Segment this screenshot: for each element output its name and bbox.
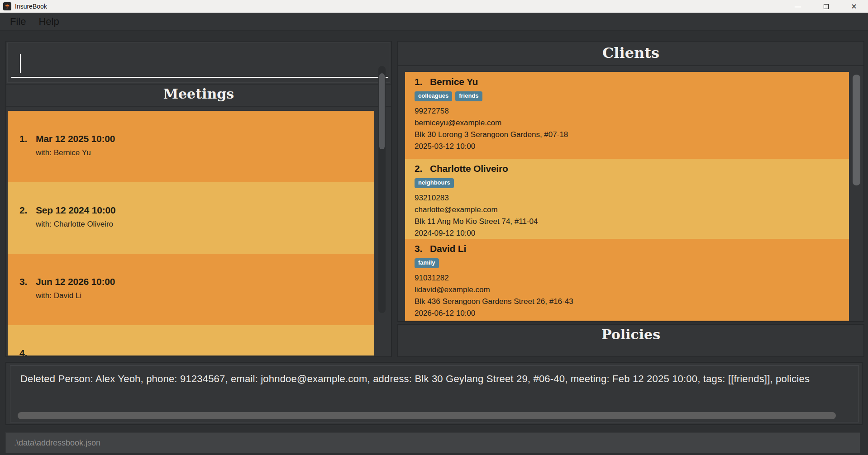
clients-header: Clients [398, 44, 863, 62]
maximize-button[interactable] [812, 0, 840, 13]
meeting-title: 3. Jun 12 2026 10:00 [19, 276, 374, 287]
client-meeting: 2026-06-12 10:00 [415, 308, 849, 319]
client-phone: 91031282 [415, 272, 849, 284]
client-card[interactable]: 1. Bernice Yu colleagues friends 9927275… [405, 72, 849, 159]
meetings-scrollbar-thumb[interactable] [379, 73, 385, 149]
meeting-title: 2. Sep 12 2024 10:00 [19, 205, 374, 216]
meetings-list: 1. Mar 12 2025 10:00 with: Bernice Yu 2.… [8, 107, 385, 355]
meeting-datetime: Sep 12 2024 10:00 [36, 205, 115, 216]
meeting-with: with: David Li [36, 291, 374, 300]
client-name: David Li [430, 243, 466, 254]
client-phone: 99272758 [415, 105, 849, 117]
client-address: Blk 436 Serangoon Gardens Street 26, #16… [415, 296, 849, 308]
meetings-panel: Meetings 1. Mar 12 2025 10:00 with: Bern… [5, 41, 392, 357]
titlebar: ☂ InsureBook — ✕ [0, 0, 868, 13]
client-tags: neighbours [415, 178, 849, 188]
result-hscrollbar-thumb[interactable] [18, 412, 836, 419]
meeting-title: 4. [19, 348, 374, 355]
meeting-index: 1. [19, 133, 36, 144]
insurebook-window: { "window": { "title": "InsureBook", "ic… [0, 0, 868, 455]
client-phone: 93210283 [415, 192, 849, 204]
client-meeting: 2024-09-12 10:00 [415, 228, 849, 239]
command-box [7, 43, 390, 83]
meeting-index: 4. [19, 348, 36, 355]
command-underline [11, 77, 388, 78]
menu-help[interactable]: Help [32, 15, 65, 28]
client-name-row: 1. Bernice Yu [415, 76, 849, 87]
statusbar: .\data\addressbook.json [0, 429, 868, 455]
meeting-with: with: Charlotte Oliveiro [36, 220, 374, 229]
text-cursor [20, 54, 21, 73]
client-card[interactable]: 2. Charlotte Oliveiro neighbours 9321028… [405, 159, 849, 239]
client-name-row: 2. Charlotte Oliveiro [415, 163, 849, 174]
client-card[interactable]: 3. David Li family 91031282 lidavid@exam… [405, 239, 849, 321]
meeting-title: 1. Mar 12 2025 10:00 [19, 133, 374, 144]
meeting-with: with: Bernice Yu [36, 148, 374, 157]
policies-header: Policies [398, 327, 863, 342]
app-umbrella-icon: ☂ [3, 2, 11, 10]
client-name: Charlotte Oliveiro [430, 163, 508, 174]
client-address: Blk 30 Lorong 3 Serangoon Gardens, #07-1… [415, 129, 849, 141]
meeting-card[interactable]: 1. Mar 12 2025 10:00 with: Bernice Yu [8, 111, 374, 182]
tag-badge: friends [455, 91, 482, 101]
client-meeting: 2025-03-12 10:00 [415, 141, 849, 152]
client-index: 2. [415, 163, 430, 174]
meeting-datetime: Mar 12 2025 10:00 [36, 133, 115, 144]
close-button[interactable]: ✕ [840, 0, 868, 13]
menu-file[interactable]: File [4, 15, 32, 28]
clients-panel: Clients 1. Bernice Yu colleagues friends… [397, 41, 864, 322]
clients-scrollbar-thumb[interactable] [853, 75, 860, 185]
menubar: File Help [0, 13, 868, 31]
client-name-row: 3. David Li [415, 243, 849, 254]
window-controls: — ✕ [784, 0, 868, 13]
divider [6, 84, 391, 85]
client-tags: family [415, 258, 849, 268]
meeting-card-partial[interactable]: 4. [8, 325, 374, 355]
client-index: 1. [415, 76, 430, 87]
save-location: .\data\addressbook.json [14, 438, 100, 448]
window-title: InsureBook [15, 3, 47, 10]
client-index: 3. [415, 243, 430, 254]
result-text: Deleted Person: Alex Yeoh, phone: 912345… [20, 373, 810, 385]
client-email: lidavid@example.com [415, 284, 849, 296]
divider [398, 65, 863, 66]
meeting-datetime: Jun 12 2026 10:00 [36, 276, 115, 287]
client-tags: colleagues friends [415, 91, 849, 101]
maximize-icon [824, 4, 829, 9]
statusbar-field: .\data\addressbook.json [5, 432, 860, 453]
meetings-header: Meetings [6, 86, 391, 102]
clients-list: 1. Bernice Yu colleagues friends 9927275… [405, 67, 850, 321]
tag-badge: neighbours [415, 178, 454, 188]
result-display[interactable]: Deleted Person: Alex Yeoh, phone: 912345… [10, 365, 859, 422]
meeting-index: 2. [19, 205, 36, 216]
meeting-card[interactable]: 3. Jun 12 2026 10:00 with: David Li [8, 254, 374, 325]
meeting-index: 3. [19, 276, 36, 287]
minimize-button[interactable]: — [784, 0, 812, 13]
meeting-card[interactable]: 2. Sep 12 2024 10:00 with: Charlotte Oli… [8, 182, 374, 254]
client-email: charlotte@example.com [415, 204, 849, 216]
policies-panel: Policies [397, 324, 864, 357]
tag-badge: family [415, 258, 439, 268]
command-input[interactable] [12, 47, 383, 76]
client-name: Bernice Yu [430, 76, 478, 87]
client-email: berniceyu@example.com [415, 117, 849, 129]
client-address: Blk 11 Ang Mo Kio Street 74, #11-04 [415, 216, 849, 228]
result-display-panel: Deleted Person: Alex Yeoh, phone: 912345… [5, 362, 863, 425]
tag-badge: colleagues [415, 91, 452, 101]
